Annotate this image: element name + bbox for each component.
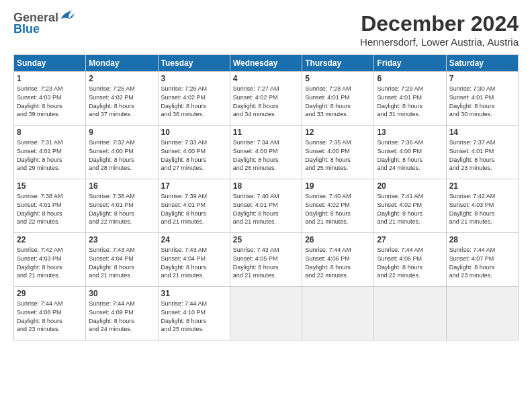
cell-text: Sunrise: 7:44 AMSunset: 4:06 PMDaylight:… (377, 246, 443, 279)
calendar-cell: 11Sunrise: 7:34 AMSunset: 4:00 PMDayligh… (230, 126, 302, 179)
cell-text: Sunrise: 7:34 AMSunset: 4:00 PMDaylight:… (233, 138, 299, 172)
calendar-cell: 26Sunrise: 7:44 AMSunset: 4:06 PMDayligh… (302, 233, 374, 287)
calendar-cell: 5Sunrise: 7:28 AMSunset: 4:01 PMDaylight… (302, 72, 374, 126)
calendar-cell: 31Sunrise: 7:44 AMSunset: 4:10 PMDayligh… (158, 287, 230, 340)
calendar-header: SundayMondayTuesdayWednesdayThursdayFrid… (14, 55, 519, 72)
day-number: 10 (161, 128, 227, 137)
calendar-cell: 24Sunrise: 7:43 AMSunset: 4:04 PMDayligh… (158, 233, 230, 287)
cell-text: Sunrise: 7:38 AMSunset: 4:01 PMDaylight:… (89, 192, 154, 226)
calendar-cell: 30Sunrise: 7:44 AMSunset: 4:09 PMDayligh… (86, 287, 158, 340)
cell-text: Sunrise: 7:44 AMSunset: 4:10 PMDaylight:… (161, 300, 227, 333)
calendar-cell: 1Sunrise: 7:23 AMSunset: 4:03 PMDaylight… (14, 72, 86, 126)
calendar-cell: 13Sunrise: 7:36 AMSunset: 4:00 PMDayligh… (374, 126, 446, 179)
day-number: 4 (233, 74, 299, 83)
cell-text: Sunrise: 7:40 AMSunset: 4:01 PMDaylight:… (233, 192, 299, 226)
cell-text: Sunrise: 7:32 AMSunset: 4:00 PMDaylight:… (89, 138, 154, 172)
day-number: 29 (17, 289, 83, 298)
calendar-body: 1Sunrise: 7:23 AMSunset: 4:03 PMDaylight… (14, 72, 519, 340)
weekday-header-sunday: Sunday (14, 55, 86, 72)
calendar-cell: 25Sunrise: 7:43 AMSunset: 4:05 PMDayligh… (230, 233, 302, 287)
cell-text: Sunrise: 7:43 AMSunset: 4:04 PMDaylight:… (161, 246, 227, 279)
calendar-cell: 16Sunrise: 7:38 AMSunset: 4:01 PMDayligh… (86, 179, 158, 233)
calendar-cell (302, 287, 374, 340)
weekday-header-wednesday: Wednesday (230, 55, 302, 72)
calendar-cell: 23Sunrise: 7:43 AMSunset: 4:04 PMDayligh… (86, 233, 158, 287)
calendar-cell: 7Sunrise: 7:30 AMSunset: 4:01 PMDaylight… (446, 72, 518, 126)
day-number: 27 (377, 235, 443, 244)
calendar-cell: 22Sunrise: 7:42 AMSunset: 4:03 PMDayligh… (14, 233, 86, 287)
calendar-cell: 19Sunrise: 7:40 AMSunset: 4:02 PMDayligh… (302, 179, 374, 233)
weekday-row: SundayMondayTuesdayWednesdayThursdayFrid… (14, 55, 519, 72)
calendar-cell: 12Sunrise: 7:35 AMSunset: 4:00 PMDayligh… (302, 126, 374, 179)
day-number: 26 (305, 235, 371, 244)
calendar-cell (230, 287, 302, 340)
logo-bird-icon (60, 9, 75, 24)
cell-text: Sunrise: 7:33 AMSunset: 4:00 PMDaylight:… (161, 138, 227, 172)
calendar-cell: 28Sunrise: 7:44 AMSunset: 4:07 PMDayligh… (446, 233, 518, 287)
week-row-3: 15Sunrise: 7:38 AMSunset: 4:01 PMDayligh… (14, 179, 519, 233)
cell-text: Sunrise: 7:42 AMSunset: 4:03 PMDaylight:… (17, 246, 83, 279)
day-number: 18 (233, 181, 299, 191)
calendar-cell (374, 287, 446, 340)
calendar-cell: 3Sunrise: 7:26 AMSunset: 4:02 PMDaylight… (158, 72, 230, 126)
day-number: 1 (17, 74, 83, 83)
calendar-cell: 4Sunrise: 7:27 AMSunset: 4:02 PMDaylight… (230, 72, 302, 126)
calendar-cell: 21Sunrise: 7:42 AMSunset: 4:03 PMDayligh… (446, 179, 518, 233)
weekday-header-monday: Monday (86, 55, 158, 72)
day-number: 16 (89, 181, 154, 191)
cell-text: Sunrise: 7:44 AMSunset: 4:07 PMDaylight:… (449, 246, 515, 279)
cell-text: Sunrise: 7:37 AMSunset: 4:01 PMDaylight:… (449, 138, 515, 172)
cell-text: Sunrise: 7:42 AMSunset: 4:03 PMDaylight:… (449, 192, 515, 226)
calendar-cell: 18Sunrise: 7:40 AMSunset: 4:01 PMDayligh… (230, 179, 302, 233)
day-number: 3 (161, 74, 227, 83)
cell-text: Sunrise: 7:43 AMSunset: 4:05 PMDaylight:… (233, 246, 299, 279)
day-number: 15 (17, 181, 83, 191)
cell-text: Sunrise: 7:44 AMSunset: 4:08 PMDaylight:… (17, 300, 83, 333)
cell-text: Sunrise: 7:36 AMSunset: 4:00 PMDaylight:… (377, 138, 443, 172)
weekday-header-friday: Friday (374, 55, 446, 72)
day-number: 6 (377, 74, 443, 83)
cell-text: Sunrise: 7:43 AMSunset: 4:04 PMDaylight:… (89, 246, 154, 279)
calendar-cell: 14Sunrise: 7:37 AMSunset: 4:01 PMDayligh… (446, 126, 518, 179)
day-number: 23 (89, 235, 154, 244)
cell-text: Sunrise: 7:27 AMSunset: 4:02 PMDaylight:… (233, 85, 299, 118)
header: General Blue December 2024 Hennersdorf, … (13, 11, 519, 48)
week-row-4: 22Sunrise: 7:42 AMSunset: 4:03 PMDayligh… (14, 233, 519, 287)
cell-text: Sunrise: 7:29 AMSunset: 4:01 PMDaylight:… (377, 85, 443, 118)
day-number: 20 (377, 181, 443, 191)
week-row-2: 8Sunrise: 7:31 AMSunset: 4:01 PMDaylight… (14, 126, 519, 179)
week-row-1: 1Sunrise: 7:23 AMSunset: 4:03 PMDaylight… (14, 72, 519, 126)
day-number: 13 (377, 128, 443, 137)
cell-text: Sunrise: 7:44 AMSunset: 4:06 PMDaylight:… (305, 246, 371, 279)
day-number: 9 (89, 128, 154, 137)
cell-text: Sunrise: 7:38 AMSunset: 4:01 PMDaylight:… (17, 192, 83, 226)
cell-text: Sunrise: 7:40 AMSunset: 4:02 PMDaylight:… (305, 192, 371, 226)
calendar-cell: 20Sunrise: 7:41 AMSunset: 4:02 PMDayligh… (374, 179, 446, 233)
page: General Blue December 2024 Hennersdorf, … (0, 0, 532, 347)
day-number: 5 (305, 74, 371, 83)
calendar-cell: 29Sunrise: 7:44 AMSunset: 4:08 PMDayligh… (14, 287, 86, 340)
day-number: 14 (449, 128, 515, 137)
day-number: 24 (161, 235, 227, 244)
weekday-header-tuesday: Tuesday (158, 55, 230, 72)
day-number: 22 (17, 235, 83, 244)
logo-blue-text: Blue (13, 22, 40, 36)
cell-text: Sunrise: 7:26 AMSunset: 4:02 PMDaylight:… (161, 85, 227, 118)
day-number: 30 (89, 289, 154, 298)
day-number: 12 (305, 128, 371, 137)
cell-text: Sunrise: 7:44 AMSunset: 4:09 PMDaylight:… (89, 300, 154, 333)
calendar-cell: 27Sunrise: 7:44 AMSunset: 4:06 PMDayligh… (374, 233, 446, 287)
day-number: 25 (233, 235, 299, 244)
week-row-5: 29Sunrise: 7:44 AMSunset: 4:08 PMDayligh… (14, 287, 519, 340)
calendar-cell: 2Sunrise: 7:25 AMSunset: 4:02 PMDaylight… (86, 72, 158, 126)
cell-text: Sunrise: 7:25 AMSunset: 4:02 PMDaylight:… (89, 85, 154, 118)
calendar-cell: 15Sunrise: 7:38 AMSunset: 4:01 PMDayligh… (14, 179, 86, 233)
calendar-table: SundayMondayTuesdayWednesdayThursdayFrid… (13, 54, 519, 340)
cell-text: Sunrise: 7:23 AMSunset: 4:03 PMDaylight:… (17, 85, 83, 118)
day-number: 17 (161, 181, 227, 191)
weekday-header-thursday: Thursday (302, 55, 374, 72)
day-number: 19 (305, 181, 371, 191)
cell-text: Sunrise: 7:31 AMSunset: 4:01 PMDaylight:… (17, 138, 83, 172)
calendar-cell: 10Sunrise: 7:33 AMSunset: 4:00 PMDayligh… (158, 126, 230, 179)
cell-text: Sunrise: 7:39 AMSunset: 4:01 PMDaylight:… (161, 192, 227, 226)
